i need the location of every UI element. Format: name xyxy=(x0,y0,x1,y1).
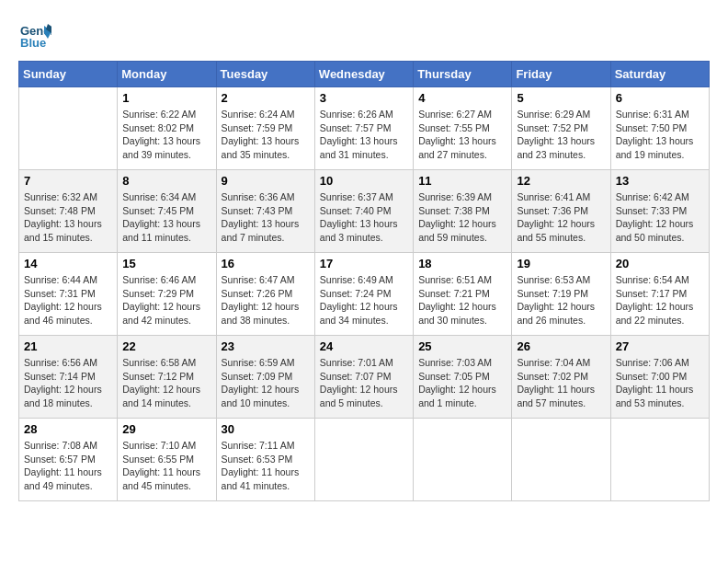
calendar-cell: 11Sunrise: 6:39 AMSunset: 7:38 PMDayligh… xyxy=(414,170,512,253)
day-number: 9 xyxy=(222,174,310,188)
calendar-cell: 13Sunrise: 6:42 AMSunset: 7:33 PMDayligh… xyxy=(610,170,709,253)
calendar-cell: 18Sunrise: 6:51 AMSunset: 7:21 PMDayligh… xyxy=(414,253,512,336)
column-header-wednesday: Wednesday xyxy=(314,62,413,87)
day-info: Sunrise: 7:03 AMSunset: 7:05 PMDaylight:… xyxy=(418,356,506,410)
calendar-cell: 4Sunrise: 6:27 AMSunset: 7:55 PMDaylight… xyxy=(414,87,512,170)
day-number: 17 xyxy=(320,257,408,270)
calendar-cell: 5Sunrise: 6:29 AMSunset: 7:52 PMDaylight… xyxy=(512,87,610,170)
day-number: 19 xyxy=(517,257,605,270)
column-header-sunday: Sunday xyxy=(19,62,118,87)
calendar-cell: 1Sunrise: 6:22 AMSunset: 8:02 PMDaylight… xyxy=(118,87,216,170)
day-info: Sunrise: 7:11 AMSunset: 6:53 PMDaylight:… xyxy=(222,439,310,493)
calendar-cell: 30Sunrise: 7:11 AMSunset: 6:53 PMDayligh… xyxy=(216,419,314,501)
calendar-cell xyxy=(19,87,118,170)
calendar-cell: 7Sunrise: 6:32 AMSunset: 7:48 PMDaylight… xyxy=(19,170,118,253)
day-number: 6 xyxy=(616,91,704,105)
day-info: Sunrise: 6:27 AMSunset: 7:55 PMDaylight:… xyxy=(418,108,506,162)
day-info: Sunrise: 6:26 AMSunset: 7:57 PMDaylight:… xyxy=(320,108,408,162)
day-number: 12 xyxy=(517,174,605,188)
calendar-cell: 6Sunrise: 6:31 AMSunset: 7:50 PMDaylight… xyxy=(610,87,709,170)
day-info: Sunrise: 6:58 AMSunset: 7:12 PMDaylight:… xyxy=(122,356,210,410)
calendar-cell: 16Sunrise: 6:47 AMSunset: 7:26 PMDayligh… xyxy=(216,253,314,336)
day-number: 14 xyxy=(24,257,112,270)
day-number: 11 xyxy=(418,174,506,188)
calendar-cell: 24Sunrise: 7:01 AMSunset: 7:07 PMDayligh… xyxy=(314,336,413,419)
day-info: Sunrise: 7:04 AMSunset: 7:02 PMDaylight:… xyxy=(517,356,605,410)
day-info: Sunrise: 6:46 AMSunset: 7:29 PMDaylight:… xyxy=(122,273,210,327)
day-info: Sunrise: 6:31 AMSunset: 7:50 PMDaylight:… xyxy=(616,108,704,162)
calendar-cell xyxy=(414,419,512,501)
calendar-cell: 19Sunrise: 6:53 AMSunset: 7:19 PMDayligh… xyxy=(512,253,610,336)
day-number: 25 xyxy=(418,339,506,353)
week-row-3: 14Sunrise: 6:44 AMSunset: 7:31 PMDayligh… xyxy=(19,253,710,336)
day-number: 30 xyxy=(222,422,310,436)
calendar-cell: 29Sunrise: 7:10 AMSunset: 6:55 PMDayligh… xyxy=(118,419,216,501)
day-number: 28 xyxy=(24,422,112,436)
day-number: 2 xyxy=(222,91,310,105)
calendar-cell: 20Sunrise: 6:54 AMSunset: 7:17 PMDayligh… xyxy=(610,253,709,336)
calendar-cell: 21Sunrise: 6:56 AMSunset: 7:14 PMDayligh… xyxy=(19,336,118,419)
day-number: 18 xyxy=(418,257,506,270)
logo: General Blue xyxy=(18,18,55,52)
week-row-5: 28Sunrise: 7:08 AMSunset: 6:57 PMDayligh… xyxy=(19,419,710,501)
day-info: Sunrise: 6:22 AMSunset: 8:02 PMDaylight:… xyxy=(122,108,210,162)
calendar-cell xyxy=(512,419,610,501)
day-number: 23 xyxy=(222,339,310,353)
day-number: 29 xyxy=(122,422,210,436)
svg-text:Blue: Blue xyxy=(20,36,46,50)
calendar-cell: 2Sunrise: 6:24 AMSunset: 7:59 PMDaylight… xyxy=(216,87,314,170)
calendar-cell: 10Sunrise: 6:37 AMSunset: 7:40 PMDayligh… xyxy=(314,170,413,253)
day-info: Sunrise: 6:32 AMSunset: 7:48 PMDaylight:… xyxy=(24,190,112,245)
day-number: 24 xyxy=(320,339,408,353)
day-number: 1 xyxy=(122,91,210,105)
day-number: 10 xyxy=(320,174,408,188)
calendar-cell xyxy=(610,419,709,501)
calendar-cell: 25Sunrise: 7:03 AMSunset: 7:05 PMDayligh… xyxy=(414,336,512,419)
column-header-monday: Monday xyxy=(118,62,216,87)
day-info: Sunrise: 6:53 AMSunset: 7:19 PMDaylight:… xyxy=(517,273,605,327)
day-number: 15 xyxy=(122,257,210,270)
day-number: 20 xyxy=(616,257,704,270)
day-info: Sunrise: 6:29 AMSunset: 7:52 PMDaylight:… xyxy=(517,108,605,162)
day-number: 22 xyxy=(122,339,210,353)
column-header-friday: Friday xyxy=(512,62,610,87)
day-info: Sunrise: 6:59 AMSunset: 7:09 PMDaylight:… xyxy=(222,356,310,410)
calendar-cell xyxy=(314,419,413,501)
day-info: Sunrise: 6:36 AMSunset: 7:43 PMDaylight:… xyxy=(222,190,310,245)
column-header-saturday: Saturday xyxy=(610,62,709,87)
calendar-table: SundayMondayTuesdayWednesdayThursdayFrid… xyxy=(18,61,710,501)
day-number: 7 xyxy=(24,174,112,188)
logo-icon: General Blue xyxy=(18,18,51,52)
page-header: General Blue xyxy=(18,18,710,52)
day-info: Sunrise: 7:06 AMSunset: 7:00 PMDaylight:… xyxy=(616,356,704,410)
week-row-2: 7Sunrise: 6:32 AMSunset: 7:48 PMDaylight… xyxy=(19,170,710,253)
calendar-cell: 28Sunrise: 7:08 AMSunset: 6:57 PMDayligh… xyxy=(19,419,118,501)
column-header-tuesday: Tuesday xyxy=(216,62,314,87)
calendar-cell: 8Sunrise: 6:34 AMSunset: 7:45 PMDaylight… xyxy=(118,170,216,253)
day-info: Sunrise: 6:54 AMSunset: 7:17 PMDaylight:… xyxy=(616,273,704,327)
calendar-cell: 9Sunrise: 6:36 AMSunset: 7:43 PMDaylight… xyxy=(216,170,314,253)
day-number: 5 xyxy=(517,91,605,105)
day-number: 16 xyxy=(222,257,310,270)
day-info: Sunrise: 7:08 AMSunset: 6:57 PMDaylight:… xyxy=(24,439,112,493)
day-number: 8 xyxy=(122,174,210,188)
calendar-cell: 14Sunrise: 6:44 AMSunset: 7:31 PMDayligh… xyxy=(19,253,118,336)
calendar-cell: 3Sunrise: 6:26 AMSunset: 7:57 PMDaylight… xyxy=(314,87,413,170)
day-info: Sunrise: 6:39 AMSunset: 7:38 PMDaylight:… xyxy=(418,190,506,245)
calendar-cell: 17Sunrise: 6:49 AMSunset: 7:24 PMDayligh… xyxy=(314,253,413,336)
day-info: Sunrise: 6:56 AMSunset: 7:14 PMDaylight:… xyxy=(24,356,112,410)
day-info: Sunrise: 7:10 AMSunset: 6:55 PMDaylight:… xyxy=(122,439,210,493)
day-info: Sunrise: 6:44 AMSunset: 7:31 PMDaylight:… xyxy=(24,273,112,327)
week-row-4: 21Sunrise: 6:56 AMSunset: 7:14 PMDayligh… xyxy=(19,336,710,419)
day-info: Sunrise: 6:42 AMSunset: 7:33 PMDaylight:… xyxy=(616,190,704,245)
day-info: Sunrise: 6:49 AMSunset: 7:24 PMDaylight:… xyxy=(320,273,408,327)
day-number: 3 xyxy=(320,91,408,105)
day-number: 26 xyxy=(517,339,605,353)
day-number: 4 xyxy=(418,91,506,105)
day-info: Sunrise: 6:47 AMSunset: 7:26 PMDaylight:… xyxy=(222,273,310,327)
calendar-cell: 22Sunrise: 6:58 AMSunset: 7:12 PMDayligh… xyxy=(118,336,216,419)
week-row-1: 1Sunrise: 6:22 AMSunset: 8:02 PMDaylight… xyxy=(19,87,710,170)
day-info: Sunrise: 6:24 AMSunset: 7:59 PMDaylight:… xyxy=(222,108,310,162)
calendar-cell: 23Sunrise: 6:59 AMSunset: 7:09 PMDayligh… xyxy=(216,336,314,419)
calendar-cell: 26Sunrise: 7:04 AMSunset: 7:02 PMDayligh… xyxy=(512,336,610,419)
